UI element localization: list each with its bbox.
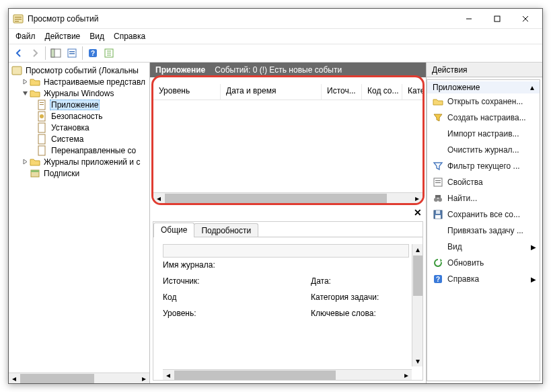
help-button[interactable]: ? <box>85 46 100 61</box>
details-vscrollbar[interactable]: ▴ ▾ <box>412 244 423 366</box>
show-tree-button[interactable] <box>48 46 63 61</box>
properties-icon <box>433 177 443 188</box>
menu-help[interactable]: Справка <box>110 30 149 42</box>
tree-security-log[interactable]: Безопасность <box>9 110 149 122</box>
event-table-header: Уровень Дата и время Источ... Код со... … <box>153 84 423 100</box>
menu-file[interactable]: Файл <box>11 30 40 42</box>
scroll-down-icon[interactable]: ▾ <box>412 356 423 366</box>
tree-label: Настраиваемые представл <box>42 77 147 87</box>
svg-point-31 <box>438 198 442 202</box>
action-import-custom[interactable]: Импорт настраив... <box>427 126 540 142</box>
svg-rect-3 <box>15 21 19 22</box>
properties-button[interactable] <box>65 46 79 61</box>
scroll-thumb[interactable] <box>20 374 94 383</box>
menu-action[interactable]: Действие <box>41 30 85 42</box>
tree-system-log[interactable]: Система <box>9 133 149 145</box>
col-source[interactable]: Источ... <box>322 84 362 100</box>
tree-custom-views[interactable]: Настраиваемые представл <box>9 76 149 87</box>
folder-icon <box>30 157 40 167</box>
detail-tabs: Общие Подробности <box>153 222 423 237</box>
details-hscrollbar[interactable]: ◂ ▸ <box>163 369 412 380</box>
log-icon <box>37 145 48 156</box>
tab-general[interactable]: Общие <box>153 223 194 237</box>
svg-rect-24 <box>38 146 45 155</box>
action-filter[interactable]: Фильтр текущего ... <box>427 158 540 174</box>
refresh-list-button[interactable] <box>102 46 116 61</box>
tree-scrollbar[interactable]: ◂ ▸ <box>9 373 149 383</box>
event-table-body[interactable] <box>153 100 423 192</box>
event-list-highlight: Уровень Дата и время Источ... Код со... … <box>151 75 425 205</box>
tree-root[interactable]: Просмотр событий (Локальны <box>9 65 149 76</box>
blank-icon <box>433 128 443 139</box>
action-properties[interactable]: Свойства <box>427 174 540 190</box>
tab-details[interactable]: Подробности <box>194 223 258 237</box>
scroll-right-icon[interactable]: ▸ <box>139 373 149 383</box>
filter-icon <box>433 161 443 171</box>
svg-rect-22 <box>38 123 45 132</box>
action-create-custom[interactable]: Создать настраива... <box>427 110 540 126</box>
maximize-button[interactable] <box>483 9 511 28</box>
scroll-right-icon[interactable]: ▸ <box>412 193 423 204</box>
tree-setup-log[interactable]: Установка <box>9 122 149 133</box>
field-source: Источник: <box>163 276 264 292</box>
scroll-left-icon[interactable]: ◂ <box>163 370 174 381</box>
action-clear-log[interactable]: Очистить журнал... <box>427 142 540 158</box>
tree[interactable]: Просмотр событий (Локальны Настраиваемые… <box>9 65 149 373</box>
folder-icon <box>30 77 40 87</box>
action-save-all[interactable]: Сохранить все со... <box>427 206 540 223</box>
actions-group-title[interactable]: Приложение ▴ <box>427 81 540 93</box>
action-help[interactable]: ? Справка ▶ <box>427 271 540 287</box>
col-datetime[interactable]: Дата и время <box>221 84 322 100</box>
tree-label: Безопасность <box>50 112 104 121</box>
close-details-button[interactable]: ✕ <box>414 207 422 217</box>
minimize-button[interactable] <box>455 9 483 28</box>
tree-label: Журналы приложений и с <box>42 157 141 167</box>
log-icon <box>37 134 48 145</box>
scroll-right-icon[interactable]: ▸ <box>401 370 412 381</box>
scroll-left-icon[interactable]: ◂ <box>153 193 164 204</box>
funnel-icon <box>433 112 443 123</box>
back-button[interactable] <box>11 46 26 61</box>
forward-button[interactable] <box>28 46 42 61</box>
blank-icon <box>433 225 443 236</box>
expand-icon[interactable] <box>21 158 29 166</box>
scroll-thumb[interactable] <box>165 194 387 203</box>
blank-icon <box>433 241 443 252</box>
scroll-up-icon[interactable]: ▴ <box>412 244 423 255</box>
action-attach-task[interactable]: Привязать задачу ... <box>427 223 540 239</box>
action-view[interactable]: Вид ▶ <box>427 239 540 255</box>
details-grid: Имя журнала: Источник: Дата: Код Категор… <box>163 244 412 366</box>
expand-icon[interactable] <box>21 78 29 86</box>
action-find[interactable]: Найти... <box>427 190 540 206</box>
toolbar-separator <box>82 46 83 60</box>
actions-pane: Действия Приложение ▴ Открыть сохранен..… <box>427 63 542 383</box>
scroll-left-icon[interactable]: ◂ <box>9 373 20 383</box>
action-refresh[interactable]: Обновить <box>427 255 540 271</box>
tree-forwarded-log[interactable]: Перенаправленные со <box>9 145 149 156</box>
actions-title: Действия <box>427 63 542 77</box>
menu-view[interactable]: Вид <box>85 30 108 42</box>
scroll-thumb[interactable] <box>174 370 336 380</box>
tree-windows-logs[interactable]: Журналы Windows <box>9 87 149 99</box>
save-icon <box>433 209 443 220</box>
tree-subscriptions[interactable]: Подписки <box>9 167 149 179</box>
col-category[interactable]: Катег <box>402 84 423 100</box>
menubar: Файл Действие Вид Справка <box>9 29 542 44</box>
tree-app-logs[interactable]: Журналы приложений и с <box>9 156 149 167</box>
event-table-scrollbar[interactable]: ◂ ▸ <box>153 192 423 203</box>
folder-icon <box>30 88 40 99</box>
folder-open-icon <box>433 96 443 107</box>
field-taskcat: Категория задачи: <box>311 292 412 309</box>
scroll-thumb[interactable] <box>413 256 423 296</box>
submenu-arrow-icon: ▶ <box>531 276 536 283</box>
toolbar: ? <box>9 44 542 63</box>
tree-application-log[interactable]: Приложение <box>9 99 149 110</box>
svg-rect-32 <box>435 195 441 198</box>
action-open-saved[interactable]: Открыть сохранен... <box>427 93 540 110</box>
collapse-icon[interactable]: ▴ <box>530 83 534 92</box>
col-level[interactable]: Уровень <box>153 84 221 100</box>
col-code[interactable]: Код со... <box>362 84 402 100</box>
center-pane: Приложение Событий: 0 (!) Есть новые соб… <box>150 63 427 383</box>
close-button[interactable] <box>511 9 540 28</box>
collapse-icon[interactable] <box>21 89 29 97</box>
